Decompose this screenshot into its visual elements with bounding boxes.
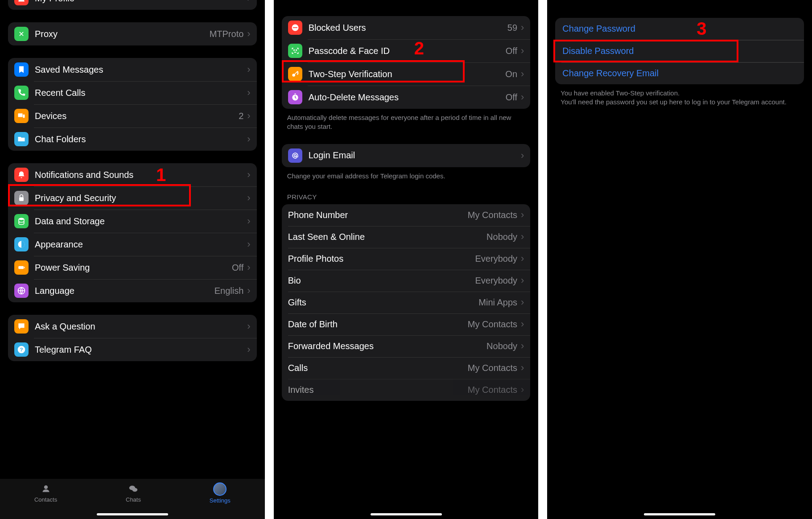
dob-row[interactable]: Date of Birth My Contacts › bbox=[282, 313, 531, 335]
devices-row[interactable]: Devices 2 › bbox=[8, 104, 257, 128]
notifications-label: Notifications and Sounds bbox=[35, 170, 247, 180]
data-storage-row[interactable]: Data and Storage › bbox=[8, 210, 257, 233]
svg-point-18 bbox=[292, 74, 295, 77]
chevron-right-icon: › bbox=[521, 68, 524, 80]
tab-chats[interactable]: Chats bbox=[126, 482, 141, 503]
devices-value: 2 bbox=[239, 111, 243, 121]
gifts-row[interactable]: Gifts Mini Apps › bbox=[282, 292, 531, 313]
ask-question-label: Ask a Question bbox=[35, 321, 247, 332]
tab-settings[interactable]: Settings bbox=[210, 482, 231, 504]
chevron-right-icon: › bbox=[521, 209, 524, 221]
language-label: Language bbox=[35, 286, 214, 296]
saved-messages-row[interactable]: Saved Messages › bbox=[8, 58, 257, 81]
data-storage-label: Data and Storage bbox=[35, 216, 247, 227]
timer-icon bbox=[288, 90, 302, 104]
chevron-right-icon: › bbox=[247, 28, 250, 40]
bio-row[interactable]: Bio Everybody › bbox=[282, 270, 531, 292]
step-3-label: 3 bbox=[697, 19, 706, 39]
battery-icon bbox=[14, 260, 29, 275]
key-icon bbox=[288, 67, 302, 81]
phone-number-value: My Contacts bbox=[468, 210, 517, 220]
last-seen-row[interactable]: Last Seen & Online Nobody › bbox=[282, 226, 531, 248]
chevron-right-icon: › bbox=[247, 87, 250, 99]
phone-number-row[interactable]: Phone Number My Contacts › bbox=[282, 204, 531, 226]
change-recovery-label: Change Recovery Email bbox=[562, 68, 659, 78]
change-recovery-row[interactable]: Change Recovery Email bbox=[555, 62, 804, 84]
chevron-right-icon: › bbox=[521, 384, 524, 395]
my-profile-row[interactable]: My Profile › bbox=[8, 0, 257, 10]
chevron-right-icon: › bbox=[521, 45, 524, 57]
language-row[interactable]: Language English › bbox=[8, 279, 257, 302]
calls-row[interactable]: Calls My Contacts › bbox=[282, 357, 531, 379]
calls-label: Calls bbox=[288, 363, 468, 373]
appearance-label: Appearance bbox=[35, 239, 247, 250]
power-saving-label: Power Saving bbox=[35, 263, 232, 273]
contrast-icon bbox=[14, 237, 29, 251]
chevron-right-icon: › bbox=[521, 22, 524, 33]
forwarded-value: Nobody bbox=[486, 341, 517, 351]
passcode-value: Off bbox=[506, 46, 517, 56]
passcode-label: Passcode & Face ID bbox=[309, 46, 506, 56]
chevron-right-icon: › bbox=[247, 215, 250, 227]
login-email-label: Login Email bbox=[309, 150, 521, 161]
telegram-faq-label: Telegram FAQ bbox=[35, 345, 247, 355]
chevron-right-icon: › bbox=[247, 321, 250, 332]
passcode-row[interactable]: Passcode & Face ID Off › bbox=[282, 39, 531, 62]
profile-photos-row[interactable]: Profile Photos Everybody › bbox=[282, 248, 531, 270]
auto-delete-row[interactable]: Auto-Delete Messages Off › bbox=[282, 86, 531, 109]
proxy-label: Proxy bbox=[35, 29, 210, 39]
privacy-security-row[interactable]: Privacy and Security › bbox=[8, 186, 257, 210]
forwarded-row[interactable]: Forwarded Messages Nobody › bbox=[282, 335, 531, 357]
login-email-row[interactable]: Login Email › bbox=[282, 144, 531, 167]
profile-photos-value: Everybody bbox=[475, 254, 518, 264]
change-password-row[interactable]: Change Password bbox=[555, 18, 804, 40]
my-profile-label: My Profile bbox=[35, 0, 247, 4]
calls-value: My Contacts bbox=[468, 363, 517, 373]
bookmark-icon bbox=[14, 62, 29, 77]
invites-row[interactable]: Invites My Contacts › bbox=[282, 379, 531, 401]
gifts-label: Gifts bbox=[288, 297, 479, 308]
chevron-right-icon: › bbox=[521, 297, 524, 308]
proxy-row[interactable]: Proxy MTProto › bbox=[8, 22, 257, 45]
chat-folders-label: Chat Folders bbox=[35, 134, 247, 144]
home-indicator bbox=[371, 513, 442, 515]
svg-rect-2 bbox=[23, 115, 25, 118]
svg-point-16 bbox=[293, 50, 294, 51]
saved-messages-label: Saved Messages bbox=[35, 65, 247, 75]
contacts-icon bbox=[39, 482, 53, 495]
gifts-value: Mini Apps bbox=[478, 297, 517, 308]
auto-delete-footer: Automatically delete messages for everyo… bbox=[287, 113, 525, 132]
tab-contacts[interactable]: Contacts bbox=[34, 482, 57, 503]
blocked-users-label: Blocked Users bbox=[309, 23, 507, 33]
settings-screen: My Profile › Proxy MTProto › Saved Messa… bbox=[0, 0, 265, 519]
chevron-right-icon: › bbox=[247, 133, 250, 145]
chevron-right-icon: › bbox=[521, 253, 524, 264]
appearance-row[interactable]: Appearance › bbox=[8, 233, 257, 256]
svg-point-4 bbox=[19, 218, 24, 220]
auto-delete-value: Off bbox=[506, 92, 517, 103]
chevron-right-icon: › bbox=[247, 169, 250, 181]
blocked-users-row[interactable]: Blocked Users 59 › bbox=[282, 16, 531, 39]
svg-point-11 bbox=[44, 486, 47, 489]
chevron-right-icon: › bbox=[521, 340, 524, 352]
telegram-faq-row[interactable]: ? Telegram FAQ › bbox=[8, 338, 257, 361]
two-step-row[interactable]: Two-Step Verification On › bbox=[282, 62, 531, 86]
ask-question-row[interactable]: Ask a Question › bbox=[8, 315, 257, 338]
forwarded-label: Forwarded Messages bbox=[288, 341, 486, 351]
chevron-right-icon: › bbox=[521, 91, 524, 103]
two-step-label: Two-Step Verification bbox=[309, 69, 506, 79]
svg-rect-7 bbox=[24, 267, 25, 268]
recent-calls-row[interactable]: Recent Calls › bbox=[8, 81, 257, 104]
two-step-screen: Change Password Disable Password Change … bbox=[547, 0, 812, 519]
chat-folders-row[interactable]: Chat Folders › bbox=[8, 128, 257, 151]
power-saving-row[interactable]: Power Saving Off › bbox=[8, 256, 257, 279]
notifications-row[interactable]: Notifications and Sounds › bbox=[8, 163, 257, 186]
svg-rect-15 bbox=[293, 27, 297, 28]
disable-password-row[interactable]: Disable Password bbox=[555, 40, 804, 62]
at-icon bbox=[288, 148, 302, 163]
chevron-right-icon: › bbox=[521, 231, 524, 243]
power-saving-value: Off bbox=[232, 263, 243, 273]
home-indicator bbox=[97, 513, 168, 515]
chevron-right-icon: › bbox=[247, 0, 250, 4]
dob-value: My Contacts bbox=[468, 319, 517, 330]
